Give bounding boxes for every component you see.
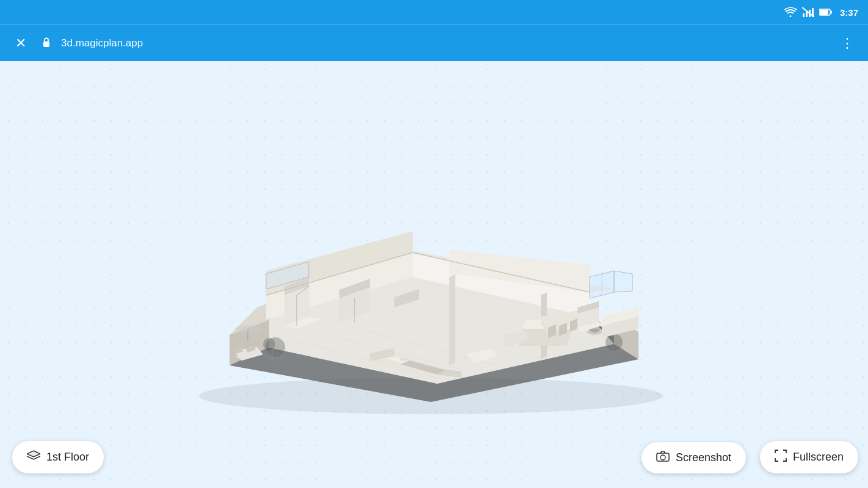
svg-marker-19: [449, 274, 455, 365]
app-bar: ✕ 3d.magicplan.app ⋮: [0, 24, 868, 61]
svg-marker-77: [27, 451, 40, 457]
layers-icon: [27, 450, 40, 465]
floor-label: 1st Floor: [46, 451, 89, 464]
close-button[interactable]: ✕: [10, 32, 32, 54]
signal-icon: [802, 7, 814, 17]
svg-point-79: [660, 455, 665, 460]
time-display: 3:37: [840, 7, 858, 18]
fullscreen-label: Fullscreen: [793, 451, 844, 464]
svg-rect-7: [830, 11, 832, 14]
floor-selector-button[interactable]: 1st Floor: [12, 441, 104, 473]
svg-rect-1: [806, 12, 808, 17]
floorplan-container: [175, 170, 693, 402]
fullscreen-button[interactable]: Fullscreen: [760, 441, 858, 473]
menu-button[interactable]: ⋮: [836, 32, 858, 54]
lock-icon: [42, 37, 51, 50]
screenshot-button[interactable]: Screenshot: [642, 442, 746, 473]
screenshot-label: Screenshot: [676, 451, 731, 464]
battery-icon: [819, 8, 833, 16]
fullscreen-icon: [775, 450, 787, 465]
svg-marker-68: [614, 271, 632, 292]
camera-icon: [656, 451, 670, 465]
svg-rect-8: [43, 41, 49, 47]
svg-point-59: [236, 325, 260, 332]
status-bar: 3:37: [0, 0, 868, 24]
svg-point-49: [263, 338, 275, 350]
svg-rect-0: [803, 13, 805, 17]
svg-rect-6: [820, 10, 828, 15]
wifi-icon: [784, 7, 797, 17]
main-view: 1st Floor Screenshot: [0, 61, 868, 488]
url-display: 3d.magicplan.app: [61, 37, 826, 49]
